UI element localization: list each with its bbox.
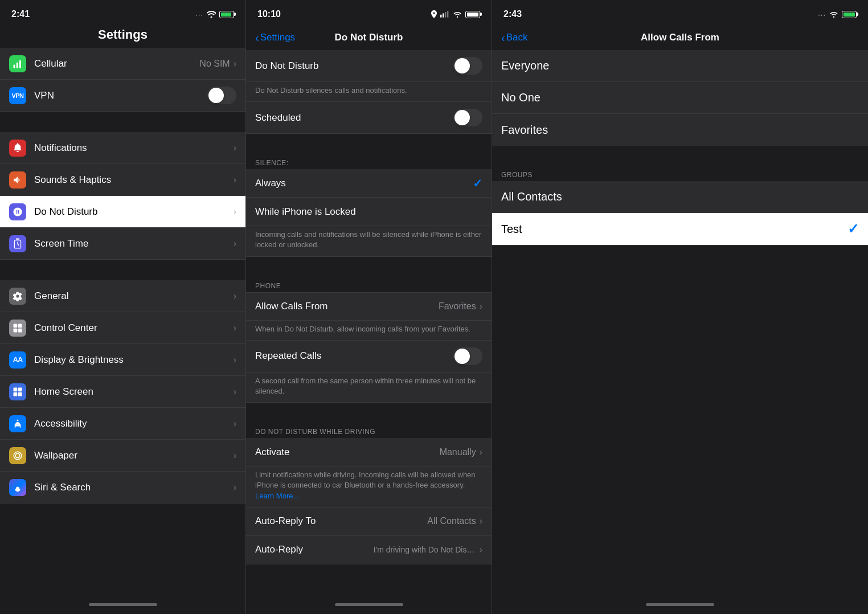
dnd-autoreplyto-item[interactable]: Auto-Reply To All Contacts › [246,507,492,536]
dnd-autoreplyto-chevron: › [480,516,482,526]
settings-item-accessibility[interactable]: Accessibility › [0,408,245,440]
settings-item-display[interactable]: AA Display & Brightness › [0,344,245,376]
svg-point-13 [17,419,19,421]
dnd-activate-desc: Limit notifications while driving. Incom… [246,466,492,507]
general-label: General [34,290,234,302]
dnd-main-desc: Do Not Disturb silences calls and notifi… [246,82,492,102]
svg-rect-2 [19,60,21,68]
dnd-main-toggle-item[interactable]: Do Not Disturb [246,50,492,82]
wallpaper-label: Wallpaper [34,450,234,461]
dnd-repeated-toggle[interactable] [453,347,482,365]
vpn-icon: VPN [9,87,26,104]
wifi-icon [207,11,216,18]
page-title: Settings [98,27,148,42]
home-bar-1 [89,603,157,606]
acf-test-item[interactable]: Test ✓ [492,213,868,245]
settings-back-button[interactable]: ‹ Settings [255,31,295,44]
dnd-main-toggle[interactable] [453,57,482,75]
acf-allcontacts-item[interactable]: All Contacts [492,181,868,213]
notifications-chevron: › [234,143,236,153]
settings-item-notifications[interactable]: Notifications › [0,132,245,164]
screentime-chevron: › [234,239,236,249]
home-bar-3 [646,603,714,606]
cellular-icon [9,55,26,72]
settings-item-siri[interactable]: Siri & Search › [0,472,245,504]
dnd-activate-item[interactable]: Activate Manually › [246,438,492,466]
accessibility-icon [9,415,26,432]
dnd-always-label: Always [255,178,473,189]
svg-rect-16 [443,13,444,17]
dnd-autoreply-item[interactable]: Auto-Reply I'm driving with Do Not Distu… [246,536,492,564]
dnd-allowcalls-desc-text: When in Do Not Disturb, allow incoming c… [255,324,482,334]
dnd-activate-label: Activate [255,447,440,458]
settings-item-sounds[interactable]: Sounds & Haptics › [0,164,245,196]
back-chevron-icon-3: ‹ [501,31,505,44]
dnd-repeated-label: Repeated Calls [255,350,453,362]
time-display-2: 10:10 [257,9,281,19]
status-icons-3: ··· [818,10,857,19]
dnd-scheduled-item[interactable]: Scheduled [246,102,492,134]
svg-rect-0 [14,64,15,68]
signal-dots-icon: ··· [195,10,203,19]
time-display-1: 2:41 [11,9,30,19]
svg-rect-11 [14,392,18,396]
general-icon [9,288,26,305]
svg-rect-6 [18,324,22,328]
settings-item-general[interactable]: General › [0,280,245,312]
time-display-3: 2:43 [503,9,522,19]
controlcenter-icon [9,320,26,337]
svg-rect-1 [17,62,18,68]
battery-icon-3 [842,11,857,18]
acf-everyone-item[interactable]: Everyone [492,50,868,82]
svg-rect-10 [18,387,22,391]
acf-back-label: Back [506,32,528,43]
dnd-always-item[interactable]: Always ✓ [246,169,492,198]
acf-test-label: Test [501,223,847,236]
siri-label: Siri & Search [34,482,234,493]
dnd-allowcalls-item[interactable]: Allow Calls From Favorites › [246,292,492,321]
dnd-autoreply-value: I'm driving with Do Not Disturb While Dr… [374,545,476,554]
dnd-locked-item[interactable]: While iPhone is Locked [246,198,492,226]
status-bar-2: 10:10 [246,0,492,25]
notifications-icon [9,140,26,157]
settings-item-vpn[interactable]: VPN VPN [0,80,245,112]
vpn-toggle[interactable] [207,87,236,104]
home-bar-2 [335,603,403,606]
groups-section-label: GROUPS [492,166,868,181]
acf-noone-item[interactable]: No One [492,82,868,114]
dnd-nav-bar: ‹ Settings Do Not Disturb [246,25,492,50]
wifi-icon-3 [829,11,838,18]
dnd-autoreplyto-value: All Contacts [427,516,476,526]
always-checkmark: ✓ [473,177,482,190]
settings-item-homescreen[interactable]: Home Screen › [0,376,245,408]
dnd-repeated-item[interactable]: Repeated Calls [246,341,492,373]
settings-item-wallpaper[interactable]: Wallpaper › [0,440,245,472]
acf-favorites-label: Favorites [501,124,859,137]
settings-item-dnd[interactable]: Do Not Disturb › [0,196,245,228]
dnd-main-label: Do Not Disturb [255,60,453,72]
driving-section-label: DO NOT DISTURB WHILE DRIVING [246,423,492,438]
dnd-locked-label: While iPhone is Locked [255,206,482,218]
dnd-repeated-desc: A second call from the same person withi… [246,373,492,403]
settings-item-controlcenter[interactable]: Control Center › [0,312,245,344]
dnd-scheduled-label: Scheduled [255,112,453,124]
settings-item-cellular[interactable]: Cellular No SIM › [0,48,245,80]
settings-item-screentime[interactable]: Screen Time › [0,228,245,260]
cellular-value: No SIM [199,59,230,69]
home-indicator-3 [492,595,868,614]
display-label: Display & Brightness [34,354,234,366]
dnd-scheduled-toggle[interactable] [453,109,482,126]
display-icon: AA [9,351,26,369]
svg-rect-12 [18,392,22,396]
dnd-activate-value: Manually [440,447,476,457]
homescreen-icon [9,383,26,400]
dnd-autoreply-label: Auto-Reply [255,544,374,555]
acf-allcontacts-label: All Contacts [501,190,859,203]
dnd-chevron: › [234,207,236,217]
svg-rect-7 [14,328,18,332]
svg-rect-9 [14,387,18,391]
acf-favorites-item[interactable]: Favorites [492,114,868,146]
learn-more-link[interactable]: Learn More... [255,492,299,500]
home-indicator-1 [0,595,245,614]
acf-back-button[interactable]: ‹ Back [501,31,527,44]
